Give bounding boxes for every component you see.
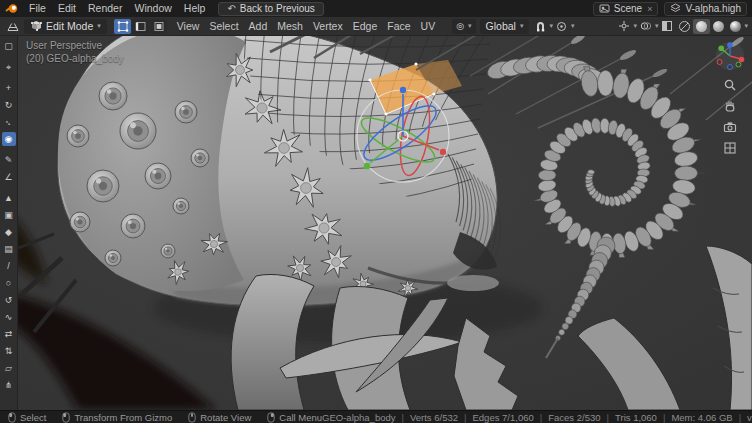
proportional-edit-button[interactable] [553,19,571,34]
shading-wireframe-button[interactable] [676,19,693,34]
orientation-dropdown[interactable]: Global ▾ [480,19,530,34]
xray-toggle-button[interactable] [658,19,676,34]
tool-measure[interactable]: ∠ [2,170,16,184]
view-layer-icon [670,3,681,15]
tool-inset-faces[interactable]: ▣ [2,208,16,222]
stat-segment: Tris 1,060 [615,412,657,423]
viewport-menu-face[interactable]: Face [382,17,415,36]
edge-select-mode-button[interactable] [132,19,149,34]
hint-select: Select [8,412,46,423]
statusbar: SelectTransform From GizmoRotate ViewCal… [0,410,752,423]
snap-toggle-button[interactable] [531,19,549,34]
shading-options-chevron[interactable]: ▾ [744,22,748,30]
tool-column: ▢⌖+↻↔◉✎∠▲▣◆▤/○↺∿⇄⇅▱⋔ [0,36,18,410]
mode-label: Edit Mode [46,20,93,32]
hint-label: Rotate View [200,412,251,423]
tool-cursor[interactable]: ⌖ [2,60,16,74]
solid-shading-icon [696,21,707,32]
tool-annotate[interactable]: ✎ [2,153,16,167]
stat-segment: Verts 6/532 [410,412,458,423]
stat-segment: Edges 7/1,060 [473,412,534,423]
show-gizmo-button[interactable] [615,19,633,34]
tool-shrink-fatten[interactable]: ⇅ [2,344,16,358]
tool-transform[interactable]: ◉ [2,132,16,146]
hint-transform-from-gizmo: Transform From Gizmo [62,412,172,423]
tool-scale[interactable]: ↔ [0,112,18,132]
view-layer-selector[interactable]: V-alpha.high [664,2,747,16]
tool-knife[interactable]: / [2,259,16,273]
tool-smooth[interactable]: ∿ [2,310,16,324]
blender-logo[interactable] [5,3,19,14]
stat-segment: GEO-alpha_body [322,412,395,423]
stat-separator: | [663,412,665,423]
menu-edit[interactable]: Edit [52,0,82,17]
editor-type-button[interactable] [4,19,22,34]
edit-mode-icon [30,19,42,33]
pan-hand-icon[interactable] [723,99,737,113]
scene-selector[interactable]: Scene × [593,2,659,16]
stat-separator: | [540,412,542,423]
mouse-left-icon [8,412,16,423]
menu-file[interactable]: File [23,0,52,17]
rendered-shading-icon [730,21,741,32]
perspective-toggle-icon[interactable] [723,141,737,155]
face-select-mode-button[interactable] [150,19,167,34]
viewport-menu-edge[interactable]: Edge [348,17,383,36]
back-to-previous-button[interactable]: ↶ Back to Previous [218,2,323,16]
shading-solid-button[interactable] [693,19,710,34]
hint-label: Call Menu [279,412,322,423]
wireframe-shading-icon [679,21,690,32]
stat-segment: Mem: 4.06 GB [671,412,732,423]
viewport-menu-select[interactable]: Select [204,17,243,36]
tool-rotate[interactable]: ↻ [2,98,16,112]
chevron-down-icon: ▾ [97,22,101,30]
viewport-menu-uv[interactable]: UV [416,17,441,36]
viewport-3d[interactable]: User Perspective (20) GEO-alpha_body [18,36,752,410]
view-layer-name: V-alpha.high [685,3,741,14]
vertex-select-mode-button[interactable] [114,19,131,34]
mouse-left-icon [62,412,70,423]
tool-rip-region[interactable]: ⋔ [2,378,16,392]
show-overlays-button[interactable] [637,19,655,34]
proportional-options-chevron[interactable]: ▾ [571,22,575,30]
viewport-menu-bar: ViewSelectAddMeshVertexEdgeFaceUV [172,17,440,36]
pivot-point-dropdown[interactable]: ◎ ▾ [452,19,475,34]
tool-spin[interactable]: ↺ [2,293,16,307]
tool-extrude-region[interactable]: ▲ [2,191,16,205]
zoom-icon[interactable] [723,78,737,92]
viewport-menu-view[interactable]: View [172,17,205,36]
tool-bevel[interactable]: ◆ [2,225,16,239]
scene-statistics: GEO-alpha_body|Verts 6/532|Edges 7/1,060… [322,412,752,423]
menu-window[interactable]: Window [128,0,177,17]
scene-unlink-icon[interactable]: × [647,4,652,14]
tool-move[interactable]: + [2,81,16,95]
hint-call-menu: Call Menu [267,412,322,423]
viewport-menu-add[interactable]: Add [244,17,273,36]
tool-poly-build[interactable]: ○ [2,276,16,290]
viewport-menu-mesh[interactable]: Mesh [272,17,308,36]
navigation-gizmo[interactable] [715,41,745,71]
back-arrow-icon: ↶ [227,3,235,14]
tool-edge-slide[interactable]: ⇄ [2,327,16,341]
chevron-down-icon: ▾ [520,22,524,30]
hint-rotate-view: Rotate View [188,412,251,423]
camera-view-icon[interactable] [723,120,737,134]
app-menu: FileEditRenderWindowHelp [23,0,211,17]
tool-loop-cut[interactable]: ▤ [2,242,16,256]
shading-rendered-button[interactable] [727,19,744,34]
keymap-hints: SelectTransform From GizmoRotate ViewCal… [8,412,322,423]
orientation-label: Global [486,20,516,32]
viewport-canvas[interactable] [18,36,752,410]
mouse-right-icon [267,412,275,423]
tool-shear[interactable]: ▱ [2,361,16,375]
menu-render[interactable]: Render [82,0,128,17]
stat-segment: v2.80.74 [747,412,752,423]
hint-label: Select [20,412,46,423]
tool-select-box[interactable]: ▢ [2,39,16,53]
hint-label: Transform From Gizmo [74,412,172,423]
shading-material-button[interactable] [710,19,727,34]
menu-help[interactable]: Help [178,0,212,17]
viewport-menu-vertex[interactable]: Vertex [308,17,348,36]
stat-separator: | [402,412,404,423]
mode-dropdown[interactable]: Edit Mode ▾ [24,19,107,34]
